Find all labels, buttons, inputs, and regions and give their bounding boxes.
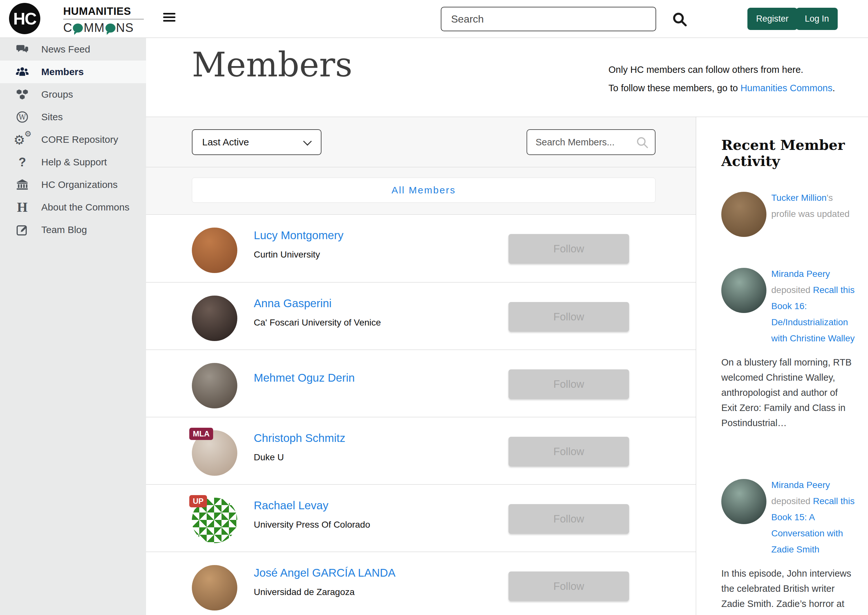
member-list: Lucy MontgomeryCurtin UniversityFollowAn…: [146, 215, 696, 615]
follow-note-line2: To follow these members, go to Humanitie…: [609, 79, 835, 97]
svg-text:W: W: [19, 113, 26, 121]
activity-description: In this episode, John interviews the cel…: [721, 566, 854, 615]
activity-avatar[interactable]: [721, 479, 767, 524]
tab-all-members[interactable]: All Members: [192, 178, 656, 203]
follow-button[interactable]: Follow: [509, 504, 629, 534]
note-text: To follow these members, go to: [609, 83, 740, 93]
sidebar-item-news-feed[interactable]: News Feed: [0, 38, 146, 61]
activity-actor-link[interactable]: Miranda Peery: [771, 269, 830, 279]
left-sidebar: News FeedMembersGroupsWSites⚙⚙CORE Repos…: [0, 38, 146, 615]
activity-actor-link[interactable]: Miranda Peery: [771, 480, 830, 490]
member-row: MLAChristoph SchmitzDuke UFollow: [146, 417, 696, 484]
member-name-link[interactable]: Rachael Levay: [254, 499, 329, 512]
site-search-box: [441, 7, 656, 31]
activity-text: Miranda Peery deposited Recall this Book…: [771, 266, 857, 347]
sidebar-item-hc-organizations[interactable]: HC Organizations: [0, 173, 146, 196]
activity-avatar[interactable]: [721, 268, 767, 313]
login-button[interactable]: Log In: [796, 8, 838, 30]
site-search-input[interactable]: [442, 8, 656, 31]
follow-button[interactable]: Follow: [509, 437, 629, 467]
sidebar-item-team-blog[interactable]: Team Blog: [0, 219, 146, 241]
activity-description: On a blustery fall morning, RTB welcomed…: [721, 355, 854, 431]
humanities-commons-link[interactable]: Humanities Commons: [740, 83, 832, 93]
sidebar-item-label: Sites: [41, 111, 63, 122]
sidebar-item-label: Help & Support: [41, 157, 107, 168]
activity-item: Miranda Peery deposited Recall this Book…: [721, 268, 857, 431]
member-name-link[interactable]: Mehmet Oguz Derin: [254, 371, 355, 384]
logo-letters: MM: [84, 21, 105, 35]
activity-verb: deposited: [771, 285, 813, 295]
cubes-icon: [13, 87, 31, 102]
search-icon[interactable]: [635, 136, 649, 149]
register-button[interactable]: Register: [748, 8, 798, 30]
members-tab-bar: All Members: [146, 167, 696, 215]
sidebar-item-sites[interactable]: WSites: [0, 106, 146, 128]
recent-activity-panel: Recent Member Activity Tucker Million's …: [696, 117, 868, 615]
sidebar-item-about-the-commons[interactable]: HAbout the Commons: [0, 196, 146, 219]
recent-activity-heading: Recent Member Activity: [721, 137, 857, 169]
activity-item: Miranda Peery deposited Recall this Book…: [721, 479, 857, 615]
member-search-box: [526, 129, 656, 155]
follow-note-line1: Only HC members can follow others from h…: [609, 61, 835, 79]
sidebar-item-label: HC Organizations: [41, 179, 118, 190]
members-icon: [13, 64, 31, 80]
activity-text: Miranda Peery deposited Recall this Book…: [771, 477, 857, 557]
activity-list: Tucker Million's profile was updatedMira…: [721, 192, 857, 615]
follow-note: Only HC members can follow others from h…: [609, 61, 835, 97]
member-institution: Duke U: [254, 452, 284, 462]
bank-icon: [13, 177, 31, 192]
member-row: Mehmet Oguz DerinFollow: [146, 350, 696, 417]
member-name-link[interactable]: José Angel GARCÍA LANDA: [254, 566, 396, 579]
member-institution: University Press Of Colorado: [254, 520, 370, 530]
member-avatar[interactable]: [192, 228, 237, 273]
sidebar-item-label: CORE Repository: [41, 134, 118, 145]
tab-all-members-label: All Members: [392, 185, 456, 196]
humanities-commons-logo[interactable]: HUMANITIES CMMNS: [63, 5, 144, 35]
sidebar-item-members[interactable]: Members: [0, 61, 146, 83]
sort-order-select[interactable]: Last Active: [192, 129, 322, 155]
member-row: Anna GasperiniCa' Foscari University of …: [146, 282, 696, 350]
follow-button[interactable]: Follow: [509, 234, 629, 264]
member-avatar[interactable]: [192, 363, 237, 408]
follow-button[interactable]: Follow: [509, 302, 629, 332]
logo-divider: [63, 19, 144, 20]
h-icon: H: [13, 200, 31, 215]
follow-button[interactable]: Follow: [509, 369, 629, 399]
sidebar-item-label: Members: [41, 66, 84, 77]
member-institution: Universidad de Zaragoza: [254, 587, 355, 597]
logo-line1: HUMANITIES: [63, 5, 144, 17]
pencil-square-icon: [13, 222, 31, 237]
member-row: UPRachael LevayUniversity Press Of Color…: [146, 484, 696, 551]
member-institution: Ca' Foscari University of Venice: [254, 317, 381, 328]
follow-button[interactable]: Follow: [509, 571, 629, 601]
members-filter-bar: Last Active: [146, 117, 696, 167]
activity-avatar[interactable]: [721, 192, 767, 237]
logo-line2: CMMNS: [63, 21, 144, 35]
member-badge: UP: [189, 495, 207, 507]
logo-letter: C: [63, 21, 72, 35]
member-institution: Curtin University: [254, 250, 320, 260]
member-name-link[interactable]: Anna Gasperini: [254, 297, 331, 310]
wordpress-icon: W: [13, 109, 31, 125]
hc-logo[interactable]: HC: [9, 3, 40, 34]
page-header-band: Members Only HC members can follow other…: [146, 38, 868, 117]
member-name-link[interactable]: Christoph Schmitz: [254, 432, 345, 445]
app-root: HC HUMANITIES CMMNS Register Log In News…: [0, 0, 868, 615]
activity-actor-link[interactable]: Tucker Million: [771, 193, 827, 203]
sidebar-item-core-repository[interactable]: ⚙⚙CORE Repository: [0, 128, 146, 151]
search-icon[interactable]: [671, 11, 688, 28]
sidebar-item-groups[interactable]: Groups: [0, 83, 146, 106]
sidebar-item-label: Team Blog: [41, 224, 87, 235]
member-row: Lucy MontgomeryCurtin UniversityFollow: [146, 215, 696, 282]
note-period: .: [832, 83, 835, 93]
member-name-link[interactable]: Lucy Montgomery: [254, 229, 343, 242]
activity-item: Tucker Million's profile was updated: [721, 192, 857, 237]
gears-icon: ⚙⚙: [13, 132, 31, 147]
top-header: HC HUMANITIES CMMNS Register Log In: [0, 0, 868, 38]
member-avatar[interactable]: [192, 565, 237, 610]
sidebar-item-help-support[interactable]: ?Help & Support: [0, 151, 146, 173]
activity-verb: deposited: [771, 496, 813, 506]
member-avatar[interactable]: [192, 296, 237, 341]
menu-hamburger-icon[interactable]: [163, 13, 175, 24]
speech-bubble-icon: [73, 23, 83, 33]
